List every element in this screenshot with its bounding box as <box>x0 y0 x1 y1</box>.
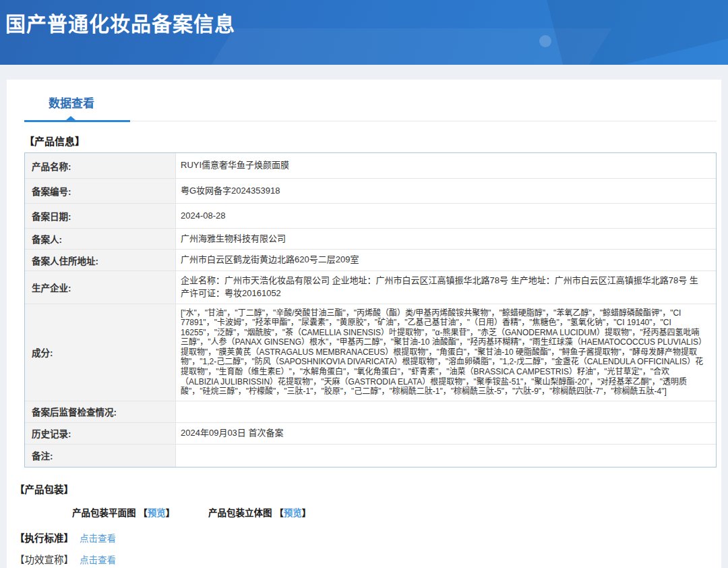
standards-row: 【执行标准】点击查看 <box>15 530 721 544</box>
row-label: 备案后监督检查情况: <box>25 401 176 422</box>
table-row-filing-date: 备案日期: 2024-08-28 <box>25 203 716 228</box>
row-label: 备注: <box>25 445 176 467</box>
claims-row: 【功效宣称】点击查看 <box>15 552 721 566</box>
claims-label: 【功效宣称】 <box>15 555 73 565</box>
table-row-filer-address: 备案人住所地址: 广州市白云区鹤龙街黄边北路620号二层209室 <box>25 249 716 271</box>
table-row-history: 历史记录: 2024年09月03日 首次备案 <box>25 422 716 444</box>
row-label: 产品名称: <box>25 153 176 178</box>
packaging-flat-preview-link[interactable]: 预览 <box>148 508 166 518</box>
row-value: 2024-08-28 <box>176 204 716 228</box>
row-value: 广州市白云区鹤龙街黄边北路620号二层209室 <box>176 250 716 271</box>
tab-caret-icon <box>66 116 75 120</box>
packaging-flat-item: 产品包装平面图 【预览】 <box>72 508 177 518</box>
packaging-3d-label: 产品包装立体图 <box>208 508 272 518</box>
packaging-row: 产品包装平面图 【预览】 产品包装立体图 【预览】 <box>72 505 721 519</box>
page-title: 国产普通化妆品备案信息 <box>0 0 728 37</box>
packaging-3d-preview-link[interactable]: 预览 <box>284 508 302 518</box>
row-label: 备案编号: <box>25 179 176 203</box>
bracket-open: 【 <box>274 508 284 518</box>
row-label: 成分: <box>25 304 176 401</box>
table-row-product-name: 产品名称: RUYI儒意奢华鱼子焕颜面膜 <box>25 153 716 178</box>
row-value: 广州海雅生物科技有限公司 <box>176 229 716 249</box>
bracket-close: 】 <box>302 508 311 518</box>
claims-view-link[interactable]: 点击查看 <box>80 555 116 565</box>
row-label: 历史记录: <box>25 423 176 444</box>
tab-underline <box>7 120 721 123</box>
row-value: 2024年09月03日 首次备案 <box>176 423 716 444</box>
row-label: 生产企业: <box>25 271 176 304</box>
standards-label: 【执行标准】 <box>15 533 73 544</box>
product-info-heading: 【产品信息】 <box>24 134 721 148</box>
page-header: 国产普通化妆品备案信息 <box>0 0 728 65</box>
table-row-filing-number: 备案编号: 粤G妆网备字2024353918 <box>25 178 716 203</box>
row-value: 粤G妆网备字2024353918 <box>176 179 716 203</box>
packaging-heading: 【产品包装】 <box>15 482 721 496</box>
table-row-ingredients: 成分: ["水"，"甘油"，"丁二醇"，"辛酸/癸酸甘油三酯"，"丙烯酸（酯）类… <box>25 304 716 401</box>
row-value <box>176 401 716 422</box>
bracket-open: 【 <box>138 508 148 518</box>
row-value: RUYI儒意奢华鱼子焕颜面膜 <box>176 153 716 178</box>
row-label: 备案人住所地址: <box>25 250 176 271</box>
bracket-close: 】 <box>166 508 175 518</box>
tab-active-indicator <box>24 120 130 122</box>
content-card: 数据查看 【产品信息】 产品名称: RUYI儒意奢华鱼子焕颜面膜 备案编号: 粤… <box>7 80 721 568</box>
row-value <box>176 445 716 467</box>
table-row-manufacturer: 生产企业: 企业名称：广州市天浩化妆品有限公司 企业地址：广州市白云区江高镇振华… <box>25 271 716 304</box>
packaging-3d-item: 产品包装立体图 【预览】 <box>208 508 311 518</box>
product-info-table: 产品名称: RUYI儒意奢华鱼子焕颜面膜 备案编号: 粤G妆网备字2024353… <box>24 152 717 467</box>
row-value: ["水"，"甘油"，"丁二醇"，"辛酸/癸酸甘油三酯"，"丙烯酸（酯）类/甲基丙… <box>176 304 716 401</box>
row-value: 企业名称：广州市天浩化妆品有限公司 企业地址：广州市白云区江高镇振华北路78号 … <box>176 271 716 304</box>
row-label: 备案日期: <box>25 204 176 228</box>
row-label: 备案人: <box>25 229 176 249</box>
standards-view-link[interactable]: 点击查看 <box>80 534 116 544</box>
table-row-filer: 备案人: 广州海雅生物科技有限公司 <box>25 228 716 249</box>
table-row-remarks: 备注: <box>25 444 716 467</box>
packaging-flat-label: 产品包装平面图 <box>72 508 136 518</box>
tab-bar: 数据查看 <box>7 80 721 123</box>
table-row-supervision: 备案后监督检查情况: <box>25 401 716 422</box>
